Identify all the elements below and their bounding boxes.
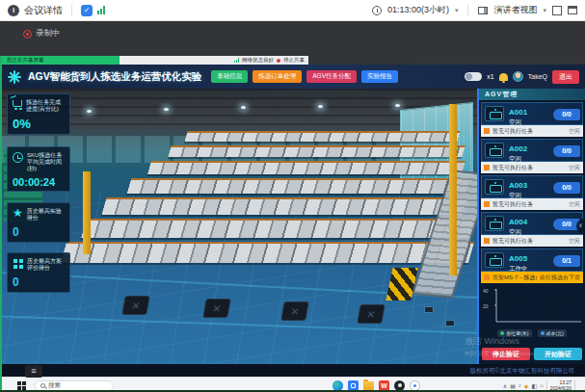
legend-dot-green xyxy=(500,331,504,335)
app-footer: 版权所有©北京中物汇智科技有限公司 xyxy=(0,364,585,377)
share-toolbar-right: 网络状态良好 停止共享 xyxy=(120,56,308,65)
nav-report-button[interactable]: 实验报告 xyxy=(361,70,398,83)
lamp xyxy=(395,104,400,107)
kpi-card-avg-time: SKU拣选任务平均完成时间(秒) 00:00:24 xyxy=(7,146,70,192)
agv-task-row: 暂无可执行任务 空闲 xyxy=(481,125,583,137)
task-text: 货架MS-7→拣选台A01 xyxy=(492,274,537,282)
sharing-status: 您正在共享屏幕 xyxy=(0,56,120,65)
agv-task-row: 暂无可执行任务 空闲 xyxy=(481,198,583,210)
browser-icon[interactable] xyxy=(332,380,343,391)
panel-collapse-handle[interactable]: ‹ xyxy=(576,219,585,234)
rack-row xyxy=(81,219,474,238)
window-restore-icon[interactable] xyxy=(568,6,577,14)
kpi-card-best-score: ★ 历史最高实验得分 0 xyxy=(7,202,70,243)
agv-item-a002[interactable]: A002 空闲 0/0 暂无可执行任务 空闲 xyxy=(481,139,583,173)
kpi-value: 0 xyxy=(13,225,65,239)
yellow-pillar xyxy=(449,104,457,275)
task-text: 暂无可执行任务 xyxy=(492,127,566,136)
network-bars-icon xyxy=(234,58,239,63)
nav-order-processing-button[interactable]: 拣选订单处理 xyxy=(253,70,302,83)
start-button[interactable] xyxy=(17,381,26,390)
agv-robot xyxy=(445,320,455,327)
divider xyxy=(467,5,468,15)
task-text: 暂无可执行任务 xyxy=(492,164,566,172)
agv-panel-title: AGV管理 xyxy=(479,89,585,100)
recording-indicator[interactable]: 录制中 xyxy=(23,28,61,39)
legend-dot-blue xyxy=(541,331,545,335)
chevron-down-icon[interactable]: ▾ xyxy=(455,7,459,14)
view-mode-selector[interactable]: 演讲者视图 xyxy=(493,4,537,16)
task-state: 空闲 xyxy=(569,237,580,246)
kpi-label: 历史最高实验得分 xyxy=(27,208,65,222)
stop-share-icon[interactable] xyxy=(277,59,280,63)
task-icon xyxy=(484,274,490,280)
lamp xyxy=(318,105,323,108)
info-icon: i xyxy=(8,5,19,16)
task-icon xyxy=(484,201,490,207)
ring-app-icon[interactable] xyxy=(410,380,420,391)
start-validation-button[interactable]: 开始验证 xyxy=(534,348,582,360)
meeting-controls: 01:13:00(3小时) ▾ 演讲者视图 ▾ xyxy=(372,4,577,16)
network-status-label: 网络状态良好 xyxy=(242,57,274,64)
agv-status: 空闲 xyxy=(509,155,527,163)
copyright-text: 版权所有©北京中物汇智科技有限公司 xyxy=(464,364,581,377)
task-icon xyxy=(484,128,490,134)
wps-icon[interactable]: W xyxy=(379,380,389,391)
agv-task-row: 暂无可执行任务 空闲 xyxy=(481,162,583,173)
y-tick: 40 xyxy=(483,288,489,294)
agv-status: 工作中 xyxy=(509,265,528,273)
tray-icon[interactable]: ◧ xyxy=(531,382,537,389)
rack-row xyxy=(147,161,465,174)
pallet-racks xyxy=(64,131,471,287)
app-logo-icon xyxy=(8,70,21,84)
shield-check-icon: ✓ xyxy=(81,5,93,16)
timer-clock-icon xyxy=(372,6,382,15)
lamp xyxy=(164,108,169,111)
chevron-down-icon[interactable]: ▾ xyxy=(543,7,546,14)
bell-icon[interactable] xyxy=(499,73,508,81)
search-label: 搜索 xyxy=(48,381,61,390)
agv-id: A002 xyxy=(509,144,527,153)
avatar[interactable] xyxy=(513,71,523,82)
kpi-card-completion: 拣选任务完成进度(百分比) 0% xyxy=(7,93,70,135)
stop-validation-button[interactable]: 停止验证 xyxy=(482,348,530,360)
share-border-left xyxy=(0,56,2,392)
agv-id: A004 xyxy=(509,218,527,226)
app-header: AGV智能货到人拣选业务运营优化实验 基础信息 拣选订单处理 AGV任务分配 实… xyxy=(0,65,585,89)
annotation-menu-button[interactable]: ≡ xyxy=(25,365,42,378)
header-user-area: x1 TakeQ 退出 xyxy=(465,70,585,84)
lamp xyxy=(241,106,246,109)
tray-icon[interactable]: ▤ xyxy=(510,382,516,389)
kpi-card-best-plan-score: 历史最高方案评价得分 0 xyxy=(7,252,70,293)
rack-row xyxy=(61,242,474,263)
agv-item-a001[interactable]: A001 空闲 0/0 暂无可执行任务 空闲 xyxy=(481,102,583,137)
agv-item-a004[interactable]: A004 空闲 0/0 暂无可执行任务 空闲 xyxy=(481,212,583,247)
fullscreen-icon[interactable] xyxy=(552,6,562,15)
chart-legend: 吞吐量(单) 成本(元) xyxy=(483,329,581,337)
speed-toggle[interactable] xyxy=(465,72,482,81)
file-explorer-icon[interactable] xyxy=(363,381,374,390)
star-icon: ★ xyxy=(13,208,23,219)
blue-app-icon[interactable] xyxy=(348,380,359,391)
nav-basic-info-button[interactable]: 基础信息 xyxy=(211,70,248,83)
agv-item-a003[interactable]: A003 空闲 0/0 暂无可执行任务 空闲 xyxy=(481,175,583,210)
tray-icon[interactable]: ◆ xyxy=(524,382,529,389)
kpi-value: 00:00:24 xyxy=(13,176,65,188)
nav-agv-task-button[interactable]: AGV任务分配 xyxy=(306,70,357,83)
agv-task-row: 货架MS-7→拣选台A01 前往拣选台下货 xyxy=(481,272,583,283)
tray-icon[interactable]: ⌂ xyxy=(540,382,544,388)
task-text: 暂无可执行任务 xyxy=(492,237,566,246)
rack-row xyxy=(168,145,465,157)
agv-item-a005[interactable]: A005 工作中 0/1 货架MS-7→拣选台A01 前往拣选台下货 xyxy=(481,248,583,283)
dark-app-icon[interactable] xyxy=(394,380,405,391)
taskbar-search[interactable]: 搜索 xyxy=(35,380,114,391)
tray-icon[interactable]: ♪ xyxy=(519,382,521,388)
logout-button[interactable]: 退出 xyxy=(552,70,579,84)
agv-task-badge: 0/1 xyxy=(553,255,580,267)
meeting-timer[interactable]: 01:13:00(3小时) xyxy=(387,4,449,16)
network-signal-icon[interactable] xyxy=(97,6,105,14)
tray-expand-icon[interactable]: ∧ xyxy=(503,382,507,389)
stop-share-button[interactable]: 停止共享 xyxy=(283,57,305,64)
speed-label: x1 xyxy=(487,73,493,80)
app-title: AGV智能货到人拣选业务运营优化实验 xyxy=(28,70,201,84)
